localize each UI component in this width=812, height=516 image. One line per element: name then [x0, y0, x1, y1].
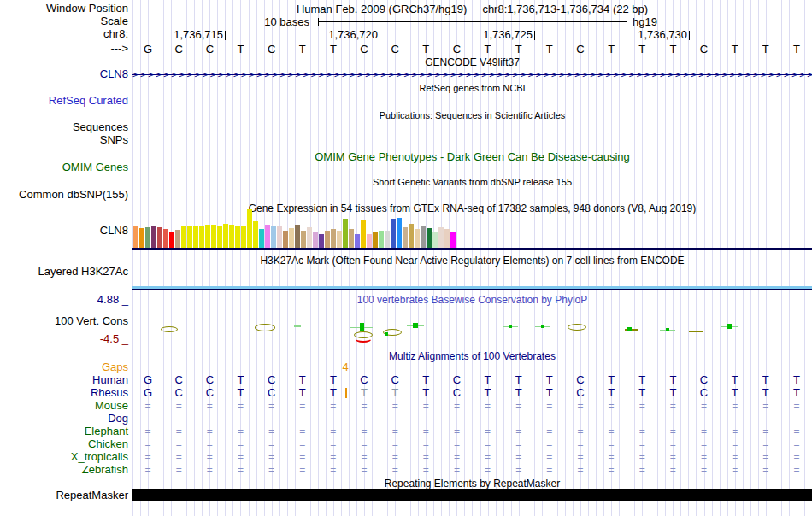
- track-label-gencode-cln8[interactable]: CLN8: [0, 68, 128, 80]
- track-label-omim-genes[interactable]: OMIM Genes: [0, 161, 128, 173]
- alignment-eq: =: [546, 426, 552, 437]
- gtex-bar[interactable]: [421, 226, 426, 248]
- repeatmasker-track-title[interactable]: Repeating Elements by RepeatMasker: [132, 478, 812, 490]
- gtex-bar[interactable]: [403, 227, 408, 248]
- gtex-bar[interactable]: [450, 232, 456, 248]
- gtex-bar[interactable]: [223, 224, 228, 248]
- gtex-bar[interactable]: [199, 226, 204, 248]
- gtex-bar[interactable]: [301, 231, 306, 248]
- gtex-bar[interactable]: [271, 226, 276, 248]
- gtex-bar[interactable]: [175, 230, 180, 248]
- sequence-base: G: [144, 43, 152, 56]
- phylop-track-title[interactable]: 100 vertebrates Basewise Conservation by…: [132, 294, 812, 306]
- track-label-repeatmasker[interactable]: RepeatMasker: [0, 490, 128, 501]
- alignment-eq: =: [793, 401, 799, 411]
- gtex-bar[interactable]: [295, 225, 300, 248]
- alignment-eq: =: [423, 401, 429, 411]
- gtex-bar[interactable]: [169, 232, 174, 248]
- gtex-bar[interactable]: [337, 231, 342, 248]
- gtex-bar[interactable]: [265, 225, 270, 248]
- phylop-glyph: [666, 328, 669, 331]
- gtex-bar[interactable]: [235, 226, 240, 248]
- gtex-bar[interactable]: [157, 227, 162, 248]
- track-label-snps[interactable]: SNPs: [0, 134, 128, 146]
- alignment-eq: =: [454, 452, 460, 462]
- alignment-eq: =: [670, 465, 676, 475]
- track-label-multiz-chicken[interactable]: Chicken: [0, 438, 128, 450]
- track-label-multiz-zebrafish[interactable]: Zebrafish: [0, 464, 128, 476]
- gtex-bar[interactable]: [193, 226, 198, 248]
- track-label-layered-h3k27ac[interactable]: Layered H3K27Ac: [0, 266, 128, 278]
- alignment-eq: =: [176, 452, 182, 462]
- alignment-eq: =: [362, 401, 368, 411]
- gtex-bar[interactable]: [163, 229, 168, 248]
- gtex-bar[interactable]: [319, 234, 324, 248]
- gtex-bar[interactable]: [325, 231, 330, 248]
- gtex-bar[interactable]: [397, 218, 402, 248]
- multiz-track-title[interactable]: Multiz Alignments of 100 Vertebrates: [132, 350, 812, 362]
- gtex-bar[interactable]: [438, 227, 444, 248]
- repeatmasker-element-bar[interactable]: [132, 489, 812, 501]
- alignment-eq: =: [485, 401, 491, 411]
- phylop-glyph: [413, 323, 418, 328]
- gene-direction-arrows[interactable]: >>>>>>>>>>>>>>>>>>>>>>>>>>>>>>>>>>>>>>>>…: [132, 69, 812, 80]
- gtex-bar[interactable]: [355, 234, 360, 248]
- gtex-bar[interactable]: [277, 226, 282, 248]
- track-label-multiz-dog[interactable]: Dog: [0, 413, 128, 425]
- gtex-bar[interactable]: [283, 231, 288, 248]
- gtex-bar[interactable]: [253, 221, 258, 248]
- gtex-bar[interactable]: [385, 231, 390, 248]
- gtex-bar[interactable]: [444, 229, 450, 248]
- gtex-bar[interactable]: [181, 226, 186, 248]
- gtex-bar[interactable]: [331, 229, 336, 248]
- gtex-bar[interactable]: [133, 226, 138, 248]
- gtex-bar[interactable]: [289, 228, 294, 248]
- publications-track-title[interactable]: Publications: Sequences in Scientific Ar…: [132, 110, 812, 120]
- gtex-bar[interactable]: [391, 219, 396, 248]
- track-label-sequences[interactable]: Sequences: [0, 121, 128, 133]
- gtex-bar[interactable]: [205, 225, 210, 248]
- gtex-bar[interactable]: [229, 225, 234, 248]
- gtex-bar[interactable]: [145, 227, 150, 248]
- gtex-bar[interactable]: [313, 232, 318, 248]
- dbsnp-track-title[interactable]: Short Genetic Variants from dbSNP releas…: [132, 177, 812, 187]
- refseq-track-title[interactable]: RefSeq genes from NCBI: [132, 83, 812, 93]
- track-label-multiz-gaps[interactable]: Gaps: [0, 361, 128, 373]
- gtex-track-title[interactable]: Gene Expression in 54 tissues from GTEx …: [132, 202, 812, 214]
- gtex-bar[interactable]: [379, 231, 384, 248]
- gtex-bar[interactable]: [343, 219, 348, 248]
- track-label-multiz-mouse[interactable]: Mouse: [0, 400, 128, 412]
- track-label-gtex-cln8[interactable]: CLN8: [0, 225, 128, 237]
- chrom-label: chr8:: [0, 28, 128, 40]
- alignment-eq: =: [268, 452, 274, 462]
- gtex-bar[interactable]: [432, 232, 438, 248]
- gtex-bar[interactable]: [427, 228, 432, 248]
- track-label-refseq-curated[interactable]: RefSeq Curated: [0, 95, 128, 107]
- alignment-base: T: [330, 374, 337, 385]
- gtex-bar[interactable]: [247, 209, 252, 248]
- gencode-track-title[interactable]: GENCODE V49lift37: [132, 56, 812, 68]
- gtex-bar[interactable]: [361, 220, 366, 248]
- gtex-bar[interactable]: [373, 232, 378, 248]
- track-label-multiz-rhesus[interactable]: Rhesus: [0, 387, 128, 399]
- gtex-bar[interactable]: [217, 226, 222, 248]
- track-label-multiz-human[interactable]: Human: [0, 374, 128, 386]
- track-label-common-dbsnp[interactable]: Common dbSNP(155): [0, 189, 128, 201]
- sequence-base: C: [268, 43, 275, 56]
- gtex-bar[interactable]: [367, 234, 372, 248]
- gtex-bar[interactable]: [307, 227, 312, 248]
- track-label-multiz-x_tropicalis[interactable]: X_tropicalis: [0, 451, 128, 463]
- gtex-bar[interactable]: [151, 226, 156, 248]
- omim-track-title[interactable]: OMIM Gene Phenotypes - Dark Green Can Be…: [132, 150, 812, 163]
- gtex-bar[interactable]: [139, 228, 144, 248]
- track-label-100-vert-cons[interactable]: 100 Vert. Cons: [0, 315, 128, 327]
- gtex-bar[interactable]: [259, 229, 264, 248]
- gtex-bar[interactable]: [241, 226, 246, 248]
- h3k27ac-track-title[interactable]: H3K27Ac Mark (Often Found Near Active Re…: [132, 255, 812, 267]
- gtex-bar[interactable]: [349, 229, 354, 248]
- track-label-multiz-elephant[interactable]: Elephant: [0, 425, 128, 437]
- gtex-bar[interactable]: [415, 229, 420, 248]
- gtex-bar[interactable]: [211, 225, 216, 248]
- gtex-bar[interactable]: [409, 224, 414, 248]
- gtex-bar[interactable]: [187, 226, 192, 248]
